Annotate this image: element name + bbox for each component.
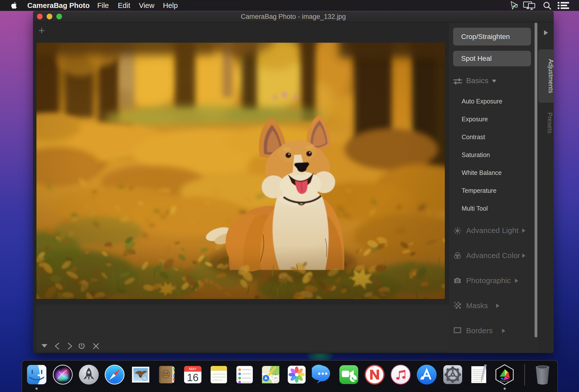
svg-text:3D: 3D [274, 377, 277, 380]
svg-text:MAY: MAY [189, 367, 197, 371]
svg-text:PHOTO: PHOTO [500, 380, 509, 382]
svg-text:16: 16 [187, 372, 199, 383]
